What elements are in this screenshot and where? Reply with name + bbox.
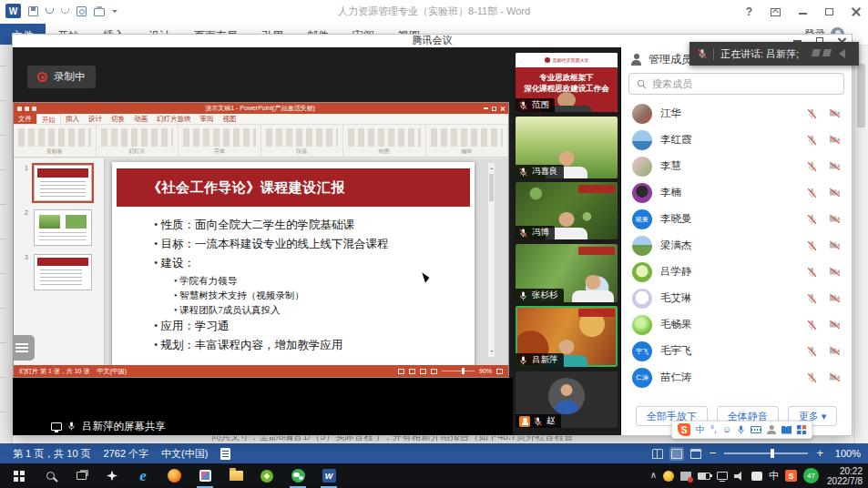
ime-indicator[interactable]: 中 [769,469,779,483]
ppt-tab[interactable]: 切换 [107,114,129,124]
member-mic-muted-icon[interactable] [807,320,817,330]
ppt-tab[interactable]: 动画 [129,114,152,124]
member-camera-off-icon[interactable] [829,135,841,145]
ribbon-display-options-icon[interactable] [771,8,781,16]
language-indicator[interactable]: 中文(中国) [161,447,208,461]
zoom-slider[interactable] [724,452,808,454]
zoom-in-icon[interactable]: + [816,449,823,458]
tile-mic-icon[interactable] [534,416,543,427]
proofing-icon[interactable] [220,448,230,460]
video-tile[interactable]: 冯喜良 [516,117,618,178]
web-layout-icon[interactable] [690,449,701,459]
ppt-ribbon-group[interactable]: 段落 [261,125,344,157]
video-tile[interactable]: 张杉杉 [516,244,618,302]
member-camera-off-icon[interactable] [829,214,841,224]
ppt-comments-icon[interactable] [409,369,415,374]
ime-keyboard-icon[interactable] [751,426,761,433]
maximize-icon[interactable] [825,8,833,15]
ppt-ribbon-group[interactable]: 绘图 [343,125,426,157]
slide-thumbnail[interactable]: 1 [25,165,100,201]
member-mic-muted-icon[interactable] [807,293,817,304]
flag-icon[interactable] [822,49,832,56]
ppt-slideshow-icon[interactable] [431,369,437,374]
member-camera-off-icon[interactable] [829,240,841,250]
member-row[interactable]: 晓曼 李晓曼 [621,206,852,232]
network-icon[interactable] [717,472,728,480]
video-tile[interactable]: 吕新萍 [516,306,618,367]
member-camera-off-icon[interactable] [829,161,841,171]
ime-voice-icon[interactable] [737,424,745,435]
member-row[interactable]: 梁满杰 [621,232,852,259]
flag-icon[interactable] [812,49,821,56]
member-row[interactable]: 江华 [621,100,852,127]
video-tile[interactable]: 首都经济贸易大学 专业思政框架下深化课程思政建设工作会 范围 [516,53,618,112]
help-icon[interactable]: ? [746,5,752,18]
member-mic-muted-icon[interactable] [807,188,817,198]
ime-toolbox-icon[interactable] [797,425,806,434]
battery-icon[interactable] [698,473,710,480]
member-camera-off-icon[interactable] [829,320,841,330]
word-scrollbar[interactable] [853,46,868,443]
pinwheel-app-icon[interactable] [97,463,128,488]
task-view-icon[interactable] [66,463,97,488]
member-row[interactable]: 李楠 [621,179,852,206]
word-icon[interactable] [313,463,344,488]
zoom-slider-thumb[interactable] [771,449,774,458]
close-icon[interactable] [852,7,861,16]
member-mic-muted-icon[interactable] [807,346,817,357]
member-camera-off-icon[interactable] [829,372,841,382]
ime-language-toggle[interactable]: 中 [696,422,705,438]
tray-badge-icon[interactable]: 47 [803,468,819,483]
tile-mic-icon[interactable] [519,100,528,111]
member-mic-muted-icon[interactable] [807,214,817,225]
internet-explorer-icon[interactable] [128,463,158,488]
member-camera-off-icon[interactable] [829,267,841,277]
member-row[interactable]: 李红霞 [621,127,852,153]
print-layout-icon[interactable] [671,449,682,459]
reply-arrow-icon[interactable] [834,49,845,58]
tile-mic-icon[interactable] [519,355,528,366]
member-row[interactable]: 毛畅果 [621,311,852,338]
member-mic-muted-icon[interactable] [807,267,817,278]
search-icon[interactable] [35,463,66,488]
notification-icon[interactable] [751,472,762,481]
start-button[interactable] [4,463,35,488]
ppt-zoom-level[interactable]: 90% [479,368,492,374]
member-row[interactable]: 毛艾琳 [621,285,852,311]
firefox-icon[interactable] [158,463,189,488]
ppt-minimize-icon[interactable] [484,107,488,108]
ppt-zoom-slider[interactable] [442,371,475,372]
search-input[interactable] [652,78,836,89]
video-tile[interactable]: 冯博 [516,182,618,239]
ppt-ribbon-group[interactable]: 幻灯片 [97,125,179,157]
ppt-notes-icon[interactable] [398,369,404,374]
tooltip-action-icons[interactable] [812,49,845,58]
ime-skin-icon[interactable] [781,426,791,434]
green-app-icon[interactable] [251,463,282,488]
member-mic-muted-icon[interactable] [807,161,817,172]
member-search-box[interactable] [628,73,844,95]
slide-thumbnail[interactable]: 2 [25,209,100,246]
sogou-tray-icon[interactable]: S [785,470,797,482]
zoom-level[interactable]: 100% [832,448,861,459]
scroll-up-icon[interactable] [858,51,865,58]
file-explorer-icon[interactable] [220,463,251,488]
volume-icon[interactable] [734,472,745,481]
ime-account-icon[interactable] [767,425,776,434]
tray-alert-icon[interactable] [680,472,691,481]
ppt-ribbon-group[interactable]: 剪贴板 [14,125,97,157]
ppt-normal-view-icon[interactable] [420,369,426,374]
scroll-down-icon[interactable] [858,431,865,438]
member-camera-off-icon[interactable] [829,346,841,356]
ppt-ribbon-group[interactable]: 字体 [179,125,261,157]
ppt-tab[interactable]: 幻灯片放映 [152,114,196,124]
ime-emoji-icon[interactable]: ☺ [722,422,731,438]
ppt-tab[interactable]: 设计 [84,114,107,124]
tile-mic-icon[interactable] [519,228,528,239]
ime-punctuation-toggle[interactable]: °, [710,422,717,438]
member-camera-off-icon[interactable] [829,293,841,303]
tray-expand-icon[interactable]: ∧ [650,470,657,480]
photos-app-icon[interactable] [189,463,220,488]
ppt-maximize-icon[interactable] [492,107,496,111]
read-mode-icon[interactable] [652,449,663,459]
